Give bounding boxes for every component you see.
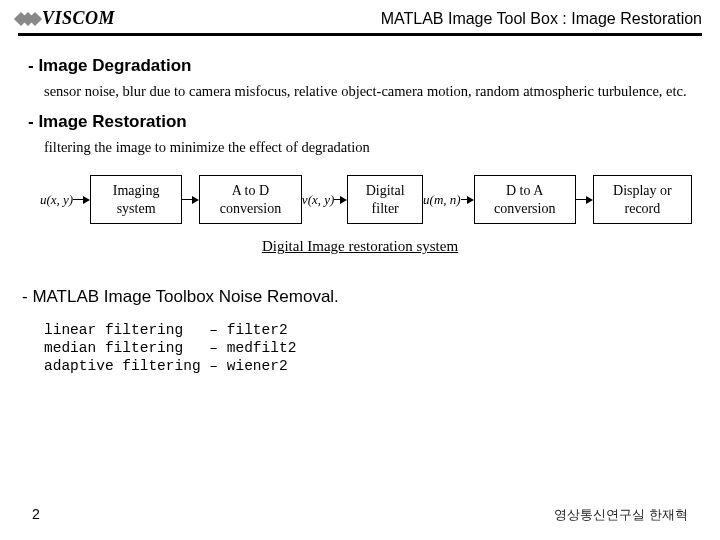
filter-row: median filtering – medfilt2: [44, 340, 296, 356]
flow-box-filter: Digital filter: [347, 175, 423, 224]
section1-heading: - Image Degradation: [28, 56, 692, 76]
flow-mid2-label: u(m, n): [423, 192, 461, 208]
filters-list: linear filtering – filter2 median filter…: [44, 321, 692, 375]
header: VISCOM MATLAB Image Tool Box : Image Res…: [0, 0, 720, 29]
section1-body: sensor noise, blur due to camera misfocu…: [44, 82, 692, 102]
page-number: 2: [32, 506, 40, 524]
flow-box-imaging: Imaging system: [90, 175, 182, 224]
flow-input-label: u(x, y): [40, 192, 73, 208]
filter-row: linear filtering – filter2: [44, 322, 288, 338]
flow-diagram: u(x, y) Imaging system A to D conversion…: [40, 175, 692, 224]
logo-diamonds-icon: [18, 12, 38, 26]
flow-box-atod: A to D conversion: [199, 175, 302, 224]
arrow-icon: [576, 196, 593, 204]
arrow-icon: [334, 196, 347, 204]
logo: VISCOM: [18, 8, 115, 29]
flow-box-dtoa: D to A conversion: [474, 175, 576, 224]
arrow-icon: [73, 196, 90, 204]
logo-text: VISCOM: [42, 8, 115, 29]
section3-heading: - MATLAB Image Toolbox Noise Removal.: [22, 287, 692, 307]
footer: 2 영상통신연구실 한재혁: [0, 506, 720, 524]
arrow-icon: [461, 196, 474, 204]
arrow-icon: [182, 196, 199, 204]
section2-heading: - Image Restoration: [28, 112, 692, 132]
flow-box-display: Display or record: [593, 175, 692, 224]
filter-row: adaptive filtering – wiener2: [44, 358, 288, 374]
footer-credit: 영상통신연구실 한재혁: [554, 506, 688, 524]
content: - Image Degradation sensor noise, blur d…: [0, 36, 720, 376]
flow-mid1-label: v(x, y): [302, 192, 334, 208]
section2-body: filtering the image to minimize the effe…: [44, 138, 692, 158]
page-title: MATLAB Image Tool Box : Image Restoratio…: [381, 10, 702, 28]
flow-caption: Digital Image restoration system: [28, 238, 692, 255]
